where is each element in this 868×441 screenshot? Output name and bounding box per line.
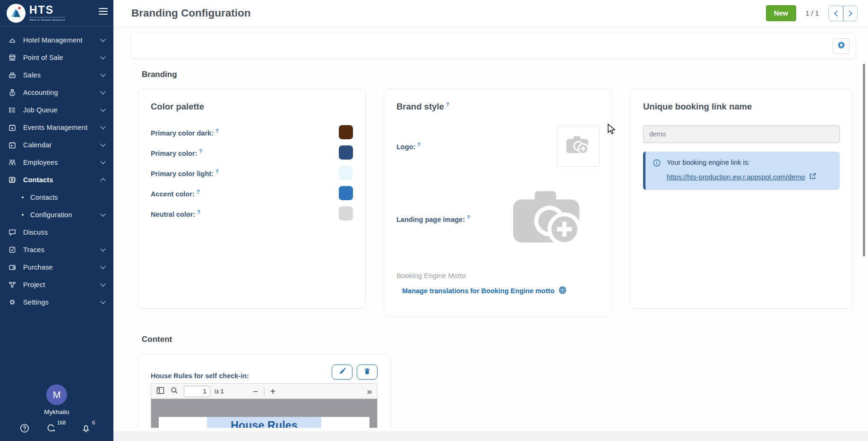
- sidebar-item-contacts[interactable]: Contacts: [0, 171, 113, 188]
- chevron-down-icon: [100, 159, 105, 164]
- accent-color-swatch[interactable]: [339, 186, 353, 200]
- help-tooltip-icon: ?: [215, 128, 219, 134]
- pdf-zoom-out-button[interactable]: −: [253, 387, 258, 396]
- gear-icon: [837, 41, 845, 51]
- palette-row-primary: Primary color:?: [151, 145, 353, 160]
- help-tooltip-icon: ?: [215, 169, 219, 174]
- primary-color-swatch[interactable]: [339, 145, 353, 160]
- sidebar-logo-row: HTS Hotel & Tourism Solutions: [0, 0, 113, 26]
- main-area: Branding Configuration New 1 / 1 Brandin…: [113, 0, 868, 441]
- traces-icon: [8, 245, 17, 254]
- pos-icon: [8, 53, 17, 62]
- vertical-scrollbar-thumb[interactable]: [863, 64, 865, 256]
- color-palette-card: Color palette Primary color dark:? Prima…: [138, 89, 366, 309]
- brand-style-title: Brand style?: [396, 102, 600, 112]
- hts-logo-icon: [7, 4, 26, 23]
- pdf-page: House Rules: [159, 417, 370, 428]
- pdf-search-icon[interactable]: [171, 387, 178, 396]
- house-rules-card: House Rules for self check-in: із 1 −: [138, 354, 390, 428]
- purchase-icon: [8, 263, 17, 271]
- sidebar-item-hotel-management[interactable]: Hotel Management: [0, 31, 113, 49]
- contacts-icon: [8, 175, 17, 184]
- sidebar-item-events-management[interactable]: Events Management: [0, 119, 113, 136]
- camera-plus-icon: [565, 134, 592, 158]
- control-panel: [130, 33, 856, 59]
- sidebar-item-job-queue[interactable]: Job Queue: [0, 101, 113, 119]
- chevron-down-icon: [100, 71, 105, 76]
- color-palette-title: Color palette: [151, 102, 353, 112]
- notifications-bell-icon[interactable]: 6: [81, 423, 94, 433]
- neutral-color-swatch[interactable]: [339, 206, 353, 220]
- content-section-title: Content: [142, 335, 868, 344]
- user-name: Mykhailo: [0, 408, 113, 416]
- sidebar: HTS Hotel & Tourism Solutions Hotel Mana…: [0, 0, 113, 441]
- primary-color-dark-swatch[interactable]: [339, 125, 353, 139]
- divider: [264, 388, 265, 395]
- help-icon[interactable]: [19, 423, 30, 433]
- project-icon: [8, 280, 17, 289]
- chevron-down-icon: [100, 89, 105, 94]
- edit-button[interactable]: [332, 365, 352, 380]
- external-link-icon: [809, 172, 816, 182]
- pdf-more-tools-button[interactable]: »: [367, 387, 372, 396]
- primary-color-light-swatch[interactable]: [339, 166, 353, 180]
- menu-toggle-icon[interactable]: [99, 8, 108, 16]
- pager: [828, 6, 858, 21]
- pdf-zoom-in-button[interactable]: +: [270, 387, 276, 396]
- pdf-toolbar: із 1 − + »: [151, 383, 378, 399]
- avatar[interactable]: M: [46, 384, 67, 405]
- messages-count: 168: [57, 420, 66, 430]
- calendar-icon: [8, 140, 17, 149]
- logo-upload-placeholder[interactable]: [557, 125, 600, 167]
- delete-button[interactable]: [357, 365, 378, 380]
- user-panel: M Mykhailo 168 6: [0, 384, 113, 433]
- booking-link-input[interactable]: [643, 125, 840, 143]
- manage-translations-link[interactable]: Manage translations for Booking Engine m…: [402, 286, 600, 296]
- pager-prev-button[interactable]: [829, 6, 843, 21]
- pdf-sidebar-toggle-icon[interactable]: [156, 387, 164, 396]
- chevron-down-icon: [100, 36, 105, 42]
- hotel-icon: [8, 35, 17, 44]
- notifications-count: 6: [92, 420, 95, 430]
- page-title: Branding Configuration: [131, 7, 250, 19]
- sidebar-item-traces[interactable]: Traces: [0, 241, 113, 258]
- palette-row-primary-light: Primary color light:?: [151, 166, 353, 180]
- sidebar-subitem-contacts[interactable]: Contacts: [0, 188, 113, 206]
- chevron-down-icon: [100, 211, 105, 216]
- booking-link-card: Unique booking link name Your booking en…: [630, 89, 852, 309]
- sidebar-item-employees[interactable]: Employees: [0, 153, 113, 171]
- sidebar-item-accounting[interactable]: Accounting: [0, 84, 113, 101]
- sidebar-item-purchase[interactable]: Purchase: [0, 258, 113, 276]
- chevron-down-icon: [100, 246, 105, 251]
- booking-link-alert: Your booking engine link is: https://hts…: [643, 152, 840, 190]
- palette-row-primary-dark: Primary color dark:?: [151, 125, 353, 139]
- booking-engine-motto-placeholder[interactable]: Booking Engine Motto: [396, 271, 600, 280]
- info-icon: [653, 159, 661, 169]
- sidebar-item-calendar[interactable]: Calendar: [0, 136, 113, 153]
- sidebar-item-sales[interactable]: Sales: [0, 66, 113, 84]
- chevron-down-icon: [100, 263, 105, 269]
- help-tooltip-icon: ?: [197, 209, 200, 215]
- globe-icon: [559, 286, 567, 296]
- form-sheet: Branding Color palette Primary color dar…: [113, 59, 868, 428]
- header: Branding Configuration New 1 / 1: [113, 0, 868, 26]
- settings-gear-button[interactable]: [833, 38, 850, 54]
- sidebar-item-discuss[interactable]: Discuss: [0, 223, 113, 241]
- booking-engine-link[interactable]: https://hts-production.ew.r.appspot.com/…: [667, 173, 805, 181]
- pager-next-button[interactable]: [843, 6, 857, 21]
- sidebar-item-project[interactable]: Project: [0, 276, 113, 293]
- sidebar-item-settings[interactable]: Settings: [0, 293, 113, 311]
- sidebar-item-point-of-sale[interactable]: Point of Sale: [0, 49, 113, 66]
- new-button[interactable]: New: [766, 5, 796, 21]
- chevron-down-icon: [100, 106, 105, 111]
- booking-link-info-text: Your booking engine link is:: [667, 159, 832, 166]
- help-tooltip-icon: ?: [467, 214, 470, 220]
- sidebar-menu: Hotel Management Point of Sale Sales Acc…: [0, 26, 113, 311]
- pencil-icon: [339, 368, 346, 376]
- landing-image-upload-placeholder[interactable]: [510, 185, 589, 253]
- chevron-right-icon: [846, 10, 852, 17]
- sidebar-subitem-configuration[interactable]: Configuration: [0, 206, 113, 223]
- pdf-page-input[interactable]: [184, 386, 210, 397]
- messages-icon[interactable]: 168: [46, 423, 65, 433]
- bullet-icon: [22, 214, 24, 216]
